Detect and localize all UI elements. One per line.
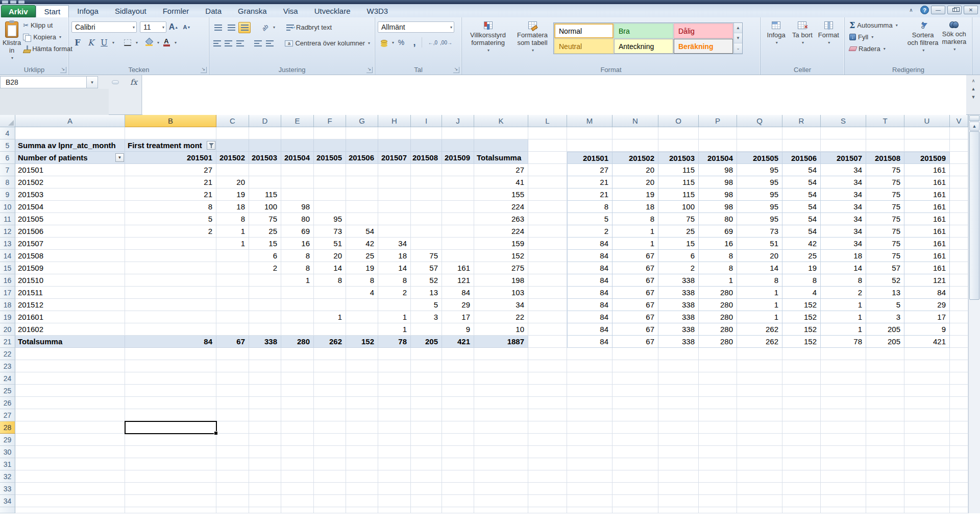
cell-R33[interactable]: [782, 483, 821, 495]
cell-T21[interactable]: 205: [866, 336, 904, 348]
cell-D21[interactable]: 338: [249, 336, 281, 348]
cell-J4[interactable]: [442, 127, 474, 139]
cell-V7[interactable]: [950, 164, 968, 176]
cell-D7[interactable]: [249, 164, 281, 176]
cell-O11[interactable]: 75: [658, 213, 699, 225]
row-header-13[interactable]: 13: [0, 238, 15, 250]
cell-O17[interactable]: 338: [658, 287, 699, 299]
cell-A24[interactable]: [15, 372, 125, 385]
cell-H6[interactable]: 201507: [378, 152, 411, 164]
cell-C18[interactable]: [216, 299, 249, 311]
cell-S31[interactable]: [821, 458, 866, 470]
cell-U5[interactable]: [904, 139, 950, 152]
cell-U33[interactable]: [904, 483, 950, 495]
cell-R24[interactable]: [782, 372, 821, 385]
cell-B21[interactable]: 84: [125, 336, 216, 348]
cell-J21[interactable]: 421: [442, 336, 474, 348]
cell-R9[interactable]: 54: [782, 188, 821, 201]
cell-Q35-partial[interactable]: [737, 507, 782, 513]
cell-M24[interactable]: [567, 372, 612, 385]
cell-M6[interactable]: 201501: [567, 152, 612, 164]
column-header-G[interactable]: G: [346, 115, 378, 127]
cell-E11[interactable]: 80: [281, 213, 314, 225]
cell-E17[interactable]: [281, 287, 314, 299]
cell-C19[interactable]: [216, 311, 249, 323]
cell-M29[interactable]: [567, 434, 612, 446]
cell-C12[interactable]: 1: [216, 225, 249, 238]
cell-G20[interactable]: [346, 323, 378, 336]
cell-O6[interactable]: 201503: [658, 152, 699, 164]
cell-H27[interactable]: [378, 409, 411, 421]
cell-L10[interactable]: [528, 201, 567, 213]
clear-button[interactable]: Radera▾: [847, 43, 907, 55]
cell-L26[interactable]: [528, 397, 567, 409]
cell-R20[interactable]: 152: [782, 323, 821, 336]
cell-K35-partial[interactable]: [474, 507, 528, 513]
cell-K5[interactable]: [474, 139, 528, 152]
cell-R8[interactable]: 54: [782, 176, 821, 188]
cell-Q31[interactable]: [737, 458, 782, 470]
cell-T32[interactable]: [866, 470, 904, 483]
cell-U32[interactable]: [904, 470, 950, 483]
column-header-R[interactable]: R: [782, 115, 821, 127]
cell-F17[interactable]: [314, 287, 346, 299]
cell-A22[interactable]: [15, 348, 125, 360]
cell-J20[interactable]: 9: [442, 323, 474, 336]
align-bottom-button[interactable]: [238, 22, 251, 33]
cell-K33[interactable]: [474, 483, 528, 495]
cell-A20[interactable]: 201602: [15, 323, 125, 336]
cell-R21[interactable]: 152: [782, 336, 821, 348]
cell-L25[interactable]: [528, 385, 567, 397]
cell-M30[interactable]: [567, 446, 612, 458]
cell-R23[interactable]: [782, 360, 821, 372]
cell-T35-partial[interactable]: [866, 507, 904, 513]
cell-L24[interactable]: [528, 372, 567, 385]
column-header-J[interactable]: J: [442, 115, 474, 127]
cell-D31[interactable]: [249, 458, 281, 470]
increase-decimal-button[interactable]: ←,0: [427, 37, 439, 48]
cell-H22[interactable]: [378, 348, 411, 360]
cell-T9[interactable]: 75: [866, 188, 904, 201]
cell-P13[interactable]: 16: [699, 238, 737, 250]
cell-B11[interactable]: 5: [125, 213, 216, 225]
cell-K14[interactable]: 152: [474, 250, 528, 262]
borders-button[interactable]: [121, 37, 134, 48]
cell-J35-partial[interactable]: [442, 507, 474, 513]
cell-J13[interactable]: [442, 238, 474, 250]
cell-J11[interactable]: [442, 213, 474, 225]
cell-R5[interactable]: [782, 139, 821, 152]
cell-R31[interactable]: [782, 458, 821, 470]
cell-V32[interactable]: [950, 470, 968, 483]
cell-S19[interactable]: 1: [821, 311, 866, 323]
cell-O32[interactable]: [658, 470, 699, 483]
cell-V26[interactable]: [950, 397, 968, 409]
cell-C4[interactable]: [216, 127, 249, 139]
cell-F22[interactable]: [314, 348, 346, 360]
restore-window-button[interactable]: [947, 6, 962, 14]
cell-J18[interactable]: 29: [442, 299, 474, 311]
cell-N7[interactable]: 20: [612, 164, 658, 176]
cell-V28[interactable]: [950, 421, 968, 434]
cell-M17[interactable]: 84: [567, 287, 612, 299]
cell-E13[interactable]: 16: [281, 238, 314, 250]
cell-S23[interactable]: [821, 360, 866, 372]
column-header-V[interactable]: V: [950, 115, 968, 127]
cell-H4[interactable]: [378, 127, 411, 139]
cell-P5[interactable]: [699, 139, 737, 152]
formula-input[interactable]: [142, 75, 966, 115]
cell-M35-partial[interactable]: [567, 507, 612, 513]
cell-F9[interactable]: [314, 188, 346, 201]
cell-H14[interactable]: 18: [378, 250, 411, 262]
cell-U6[interactable]: 201509: [904, 152, 950, 164]
cell-N16[interactable]: 67: [612, 274, 658, 287]
cell-P7[interactable]: 98: [699, 164, 737, 176]
cell-R18[interactable]: 152: [782, 299, 821, 311]
tab-formler[interactable]: Formler: [155, 5, 198, 17]
cell-L23[interactable]: [528, 360, 567, 372]
cell-V5[interactable]: [950, 139, 968, 152]
cell-E35-partial[interactable]: [281, 507, 314, 513]
cell-G13[interactable]: 42: [346, 238, 378, 250]
row-header-25[interactable]: 25: [0, 385, 15, 397]
cell-J23[interactable]: [442, 360, 474, 372]
cell-A34[interactable]: [15, 495, 125, 507]
